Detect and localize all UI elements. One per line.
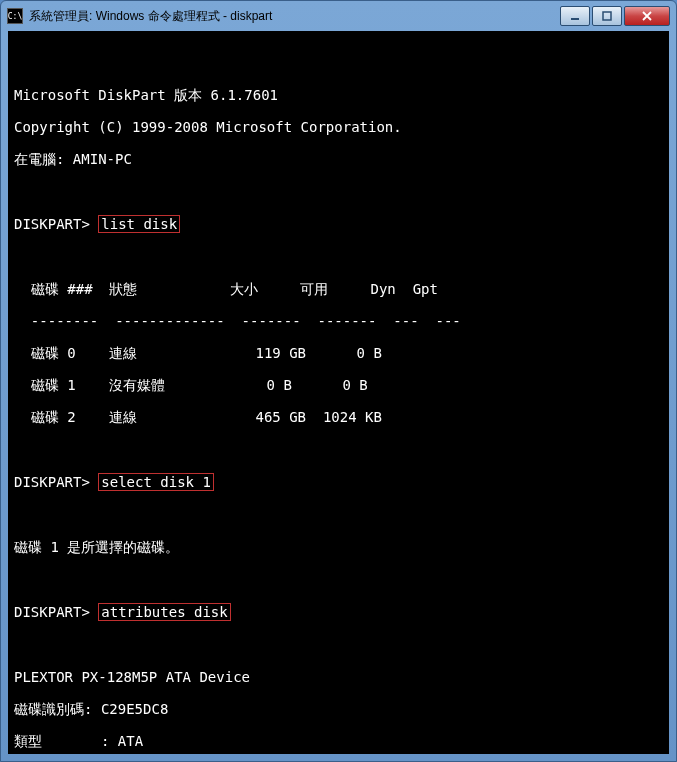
- svg-rect-1: [603, 12, 611, 20]
- command-prompt-window: C:\ 系統管理員: Windows 命令處理程式 - diskpart Mic…: [0, 0, 677, 762]
- minimize-button[interactable]: [560, 6, 590, 26]
- select-response: 磁碟 1 是所選擇的磁碟。: [14, 539, 663, 555]
- disk-table-header: 磁碟 ### 狀態 大小 可用 Dyn Gpt: [14, 281, 663, 297]
- window-controls: [560, 6, 670, 26]
- copyright-line: Copyright (C) 1999-2008 Microsoft Corpor…: [14, 119, 663, 135]
- product-line: Microsoft DiskPart 版本 6.1.7601: [14, 87, 663, 103]
- maximize-button[interactable]: [592, 6, 622, 26]
- computer-line: 在電腦: AMIN-PC: [14, 151, 663, 167]
- cmd-list-disk: DISKPART> list disk: [14, 215, 663, 233]
- app-icon: C:\: [7, 8, 23, 24]
- window-title: 系統管理員: Windows 命令處理程式 - diskpart: [29, 8, 560, 25]
- highlight-select-disk: select disk 1: [98, 473, 214, 491]
- attr-type: 類型 : ATA: [14, 733, 663, 749]
- disk-row-2: 磁碟 2 連線 465 GB 1024 KB: [14, 409, 663, 425]
- highlight-attributes: attributes disk: [98, 603, 230, 621]
- attr-id: 磁碟識別碼: C29E5DC8: [14, 701, 663, 717]
- disk-row-1: 磁碟 1 沒有媒體 0 B 0 B: [14, 377, 663, 393]
- cmd-select-disk: DISKPART> select disk 1: [14, 473, 663, 491]
- attr-device: PLEXTOR PX-128M5P ATA Device: [14, 669, 663, 685]
- cmd-attributes: DISKPART> attributes disk: [14, 603, 663, 621]
- console-output[interactable]: Microsoft DiskPart 版本 6.1.7601 Copyright…: [8, 31, 669, 754]
- highlight-list-disk: list disk: [98, 215, 180, 233]
- disk-row-0: 磁碟 0 連線 119 GB 0 B: [14, 345, 663, 361]
- disk-table-divider: -------- ------------- ------- ------- -…: [14, 313, 663, 329]
- close-button[interactable]: [624, 6, 670, 26]
- svg-rect-0: [571, 18, 579, 20]
- titlebar[interactable]: C:\ 系統管理員: Windows 命令處理程式 - diskpart: [1, 1, 676, 31]
